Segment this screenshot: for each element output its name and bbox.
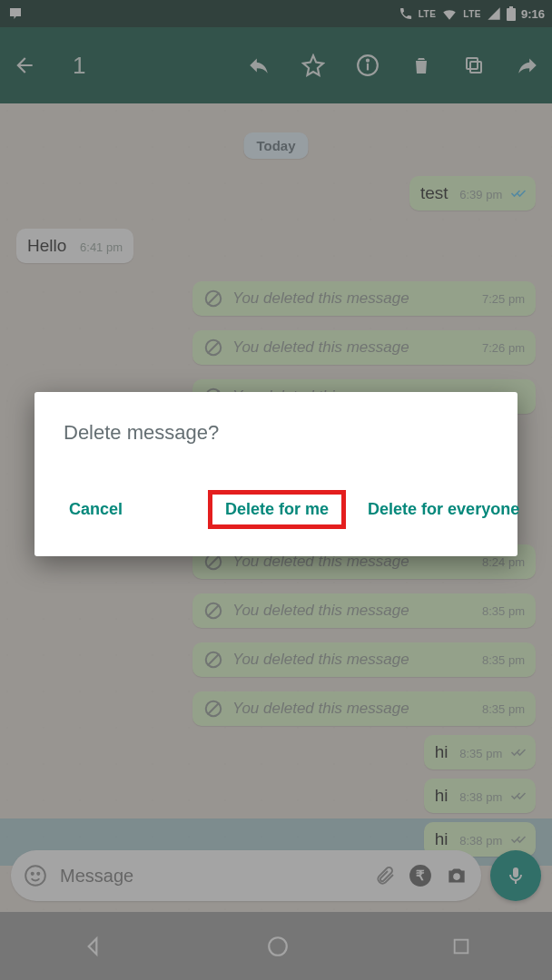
- delete-for-everyone-button[interactable]: Delete for everyone: [355, 493, 532, 526]
- cancel-button[interactable]: Cancel: [56, 493, 135, 526]
- delete-for-me-button[interactable]: Delete for me: [208, 490, 346, 529]
- dialog-title: Delete message?: [34, 392, 518, 445]
- delete-dialog: Delete message? Cancel Delete for me Del…: [34, 392, 518, 556]
